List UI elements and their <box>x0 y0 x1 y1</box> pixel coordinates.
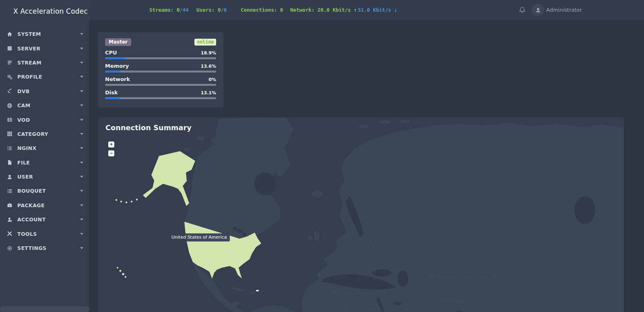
account-user-icon <box>6 216 13 223</box>
chevron-down-icon <box>80 233 83 235</box>
map-tooltip: United States of America <box>168 233 230 241</box>
chevron-down-icon <box>80 247 83 249</box>
chevron-down-icon <box>80 62 83 64</box>
metric-disk: Disk13.1% <box>105 89 216 99</box>
sidebar-item-user[interactable]: USER <box>0 170 89 184</box>
sidebar-item-settings[interactable]: SETTINGS <box>0 241 89 255</box>
grid-icon <box>6 131 13 137</box>
sidebar-item-dvb[interactable]: DVB <box>0 84 89 98</box>
tools-cross-icon <box>6 231 13 237</box>
sidebar-item-label: PACKAGE <box>17 202 80 208</box>
sidebar-item-file[interactable]: FILE <box>0 156 89 170</box>
sidebar-item-vod[interactable]: VOD <box>0 112 89 127</box>
sidebar-nav: SYSTEM SERVER STREAM PROFILE DVB CAM <box>0 23 89 255</box>
chevron-down-icon <box>80 190 83 192</box>
chevron-down-icon <box>80 48 83 50</box>
server-icon <box>6 45 13 52</box>
sidebar-item-cam[interactable]: CAM <box>0 98 89 112</box>
panel-title: Connection Summary <box>105 124 192 132</box>
sidebar-item-label: SYSTEM <box>17 31 80 37</box>
sidebar-item-system[interactable]: SYSTEM <box>0 27 89 41</box>
stat-streams: Streams: 0/44 <box>149 0 189 20</box>
sidebar-item-label: FILE <box>17 160 80 166</box>
chevron-down-icon <box>80 176 83 178</box>
progress-fill <box>105 71 120 73</box>
sidebar: X Acceleration Codec SYSTEM SERVER STREA… <box>0 0 89 312</box>
sidebar-item-profile[interactable]: PROFILE <box>0 70 89 84</box>
sidebar-item-label: USER <box>17 174 80 180</box>
chevron-down-icon <box>80 76 83 78</box>
chevron-down-icon <box>80 33 83 35</box>
metric-network: Network0% <box>105 76 216 86</box>
list-icon <box>6 145 13 152</box>
chevron-down-icon <box>80 119 83 121</box>
sidebar-item-label: PROFILE <box>17 74 80 80</box>
sidebar-item-stream[interactable]: STREAM <box>0 56 89 70</box>
progress-fill <box>105 97 120 99</box>
sidebar-item-account[interactable]: ACCOUNT <box>0 212 89 227</box>
online-status-badge: online <box>194 39 216 46</box>
sidebar-item-label: ACCOUNT <box>17 216 80 223</box>
connection-summary-panel: Connection Summary <box>98 117 624 312</box>
master-badge: Master <box>105 38 131 46</box>
metric-memory: Memory13.6% <box>105 63 216 73</box>
app-title: X Acceleration Codec <box>0 0 89 23</box>
stat-network-down: 51.0 Kbit/s ↓ <box>358 0 397 20</box>
chevron-down-icon <box>80 204 83 206</box>
map-zoom-out-button[interactable]: − <box>108 150 114 156</box>
sidebar-item-bouquet[interactable]: BOUQUET <box>0 184 89 198</box>
progress-track <box>105 84 216 86</box>
home-icon <box>6 31 13 37</box>
progress-track <box>105 71 216 73</box>
film-icon <box>6 116 13 123</box>
chevron-down-icon <box>80 147 83 149</box>
bell-icon[interactable] <box>519 6 526 14</box>
sidebar-item-package[interactable]: PACKAGE <box>0 198 89 212</box>
world-map[interactable] <box>98 117 624 312</box>
sidebar-item-label: BOUQUET <box>17 188 80 194</box>
sidebar-item-label: TOOLS <box>17 231 80 237</box>
user-icon <box>6 174 13 180</box>
stream-lines-icon <box>6 59 13 66</box>
map-zoom-in-button[interactable]: + <box>108 141 114 148</box>
chevron-down-icon <box>80 133 83 135</box>
gears-icon <box>6 74 13 80</box>
globe-icon <box>6 102 13 109</box>
avatar[interactable] <box>532 4 544 16</box>
file-icon <box>6 159 13 166</box>
sidebar-item-label: DVB <box>17 88 80 94</box>
metric-cpu: CPU18.9% <box>105 50 216 59</box>
sidebar-item-server[interactable]: SERVER <box>0 41 89 55</box>
sidebar-item-tools[interactable]: TOOLS <box>0 227 89 241</box>
stat-connections: Connections: 0 <box>241 0 283 20</box>
main-content: Master online CPU18.9% Memory13.6% Netwo… <box>89 0 644 312</box>
topbar: Streams: 0/44 Users: 0/6 Connections: 0 … <box>89 0 644 20</box>
sidebar-item-label: CAM <box>17 102 80 108</box>
sidebar-item-label: CATEGORY <box>17 131 80 137</box>
chevron-down-icon <box>80 162 83 164</box>
chevron-down-icon <box>80 90 83 92</box>
arrow-down-icon: ↓ <box>394 7 397 13</box>
arrow-up-icon: ↑ <box>354 7 357 13</box>
stat-users: Users: 0/6 <box>196 0 227 20</box>
progress-track <box>105 57 216 59</box>
briefcase-icon <box>6 202 13 208</box>
stat-network-up: Network: 26.0 Kbit/s ↑ <box>290 0 357 20</box>
gear-icon <box>6 245 13 252</box>
sidebar-item-label: SETTINGS <box>17 245 80 251</box>
chevron-down-icon <box>80 104 83 106</box>
sidebar-item-label: STREAM <box>17 60 80 66</box>
master-status-card: Master online CPU18.9% Memory13.6% Netwo… <box>98 32 223 108</box>
sidebar-item-nginx[interactable]: NGINX <box>0 141 89 155</box>
progress-fill <box>105 57 126 59</box>
sidebar-item-label: NGINX <box>17 145 80 151</box>
list-icon <box>6 188 13 194</box>
sidebar-item-category[interactable]: CATEGORY <box>0 127 89 141</box>
progress-track <box>105 97 216 99</box>
username[interactable]: Administrator <box>546 0 582 20</box>
chevron-down-icon <box>80 218 83 220</box>
sidebar-item-label: VOD <box>17 117 80 123</box>
sidebar-item-label: SERVER <box>17 46 80 52</box>
horizontal-scrollbar-thumb[interactable] <box>0 306 89 312</box>
satellite-dish-icon <box>6 88 13 94</box>
